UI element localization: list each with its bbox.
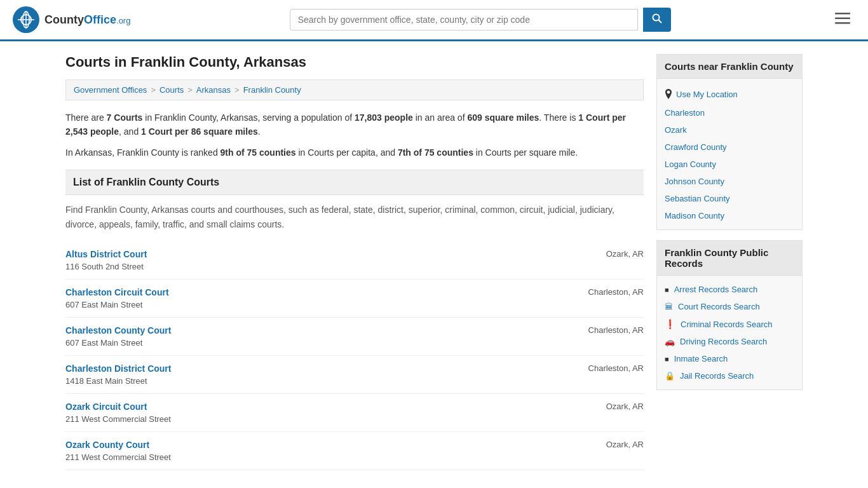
- stats-paragraph-2: In Arkansas, Franklin County is ranked 9…: [65, 146, 644, 159]
- site-header: CountyOffice.org: [0, 0, 868, 41]
- stats-paragraph-1: There are 7 Courts in Franklin County, A…: [65, 111, 644, 139]
- search-input[interactable]: [290, 9, 638, 30]
- rank-capita: 9th of 75 counties: [220, 147, 296, 158]
- court-item-0: Altus District Court 116 South 2nd Stree…: [65, 241, 644, 280]
- jail-icon: 🔒: [665, 371, 675, 381]
- johnson-label: Johnson County: [665, 177, 724, 186]
- svg-point-5: [653, 15, 659, 21]
- public-records-section: Franklin County Public Records ■ Arrest …: [656, 240, 803, 390]
- logo-area: CountyOffice.org: [13, 6, 130, 33]
- courts-count: 7 Courts: [107, 112, 143, 123]
- jail-label: Jail Records Search: [680, 371, 754, 381]
- nearby-links: Use My Location Charleston Ozark Crawfor…: [657, 79, 802, 229]
- menu-button[interactable]: [830, 9, 855, 30]
- sebastian-label: Sebastian County: [665, 194, 730, 203]
- court-location-5: Ozark, AR: [567, 440, 644, 449]
- madison-label: Madison County: [665, 211, 724, 220]
- ozark-label: Ozark: [665, 125, 687, 135]
- sidebar-link-inmate[interactable]: ■ Inmate Search: [657, 350, 802, 367]
- court-location-1: Charleston, AR: [567, 287, 644, 297]
- per-sq: 1 Court per 86 square miles: [141, 126, 258, 137]
- main-container: Courts in Franklin County, Arkansas Gove…: [53, 41, 815, 483]
- nearby-title: Courts near Franklin County: [657, 55, 802, 79]
- svg-rect-8: [835, 18, 850, 20]
- court-location-3: Charleston, AR: [567, 363, 644, 373]
- sidebar-link-court-records[interactable]: 🏛 Court Records Search: [657, 298, 802, 315]
- breadcrumb-link-county[interactable]: Franklin County: [243, 85, 301, 95]
- charleston-label: Charleston: [665, 108, 705, 118]
- sidebar-link-arrest[interactable]: ■ Arrest Records Search: [657, 281, 802, 298]
- list-section-heading: List of Franklin County Courts: [65, 170, 644, 195]
- breadcrumb-sep-3: >: [234, 85, 240, 95]
- court-item-1: Charleston Circuit Court 607 East Main S…: [65, 280, 644, 318]
- sidebar-link-jail[interactable]: 🔒 Jail Records Search: [657, 367, 802, 384]
- court-address-2: 607 East Main Street: [65, 338, 142, 348]
- arrest-label: Arrest Records Search: [674, 285, 758, 294]
- use-location-label: Use My Location: [676, 90, 738, 99]
- criminal-icon: ❗: [665, 319, 675, 329]
- crawford-label: Crawford County: [665, 142, 727, 152]
- court-name-0[interactable]: Altus District Court: [65, 249, 147, 259]
- court-address-5: 211 West Commercial Street: [65, 452, 171, 462]
- sidebar-link-charleston[interactable]: Charleston: [657, 104, 802, 121]
- breadcrumb-sep-1: >: [151, 85, 156, 95]
- court-name-4[interactable]: Ozark Circuit Court: [65, 402, 171, 412]
- court-item-2: Charleston County Court 607 East Main St…: [65, 318, 644, 356]
- page-title: Courts in Franklin County, Arkansas: [65, 54, 644, 71]
- logan-label: Logan County: [665, 159, 716, 169]
- breadcrumb: Government Offices > Courts > Arkansas >…: [65, 79, 644, 100]
- breadcrumb-sep-2: >: [187, 85, 193, 95]
- sidebar-link-ozark[interactable]: Ozark: [657, 121, 802, 139]
- use-location-link[interactable]: Use My Location: [657, 84, 802, 104]
- arrest-icon: ■: [665, 286, 669, 294]
- sidebar-link-logan[interactable]: Logan County: [657, 156, 802, 173]
- sidebar-link-sebastian[interactable]: Sebastian County: [657, 190, 802, 207]
- court-name-2[interactable]: Charleston County Court: [65, 325, 171, 336]
- court-name-3[interactable]: Charleston District Court: [65, 363, 171, 374]
- search-button[interactable]: [643, 8, 671, 32]
- breadcrumb-link-state[interactable]: Arkansas: [196, 85, 231, 95]
- court-location-4: Ozark, AR: [567, 402, 644, 411]
- inmate-label: Inmate Search: [674, 354, 728, 363]
- rank-sqmile: 7th of 75 counties: [398, 147, 473, 158]
- search-area: [290, 8, 671, 32]
- svg-rect-9: [835, 22, 850, 24]
- criminal-label: Criminal Records Search: [681, 320, 773, 329]
- sidebar-link-johnson[interactable]: Johnson County: [657, 173, 802, 190]
- court-records-label: Court Records Search: [678, 302, 760, 311]
- area: 609 square miles: [467, 112, 539, 123]
- court-address-0: 116 South 2nd Street: [65, 262, 144, 271]
- public-records-title: Franklin County Public Records: [657, 241, 802, 276]
- court-name-1[interactable]: Charleston Circuit Court: [65, 287, 169, 297]
- driving-icon: 🚗: [665, 337, 675, 346]
- svg-line-6: [658, 20, 661, 24]
- logo-text: CountyOffice.org: [44, 13, 130, 27]
- breadcrumb-link-gov[interactable]: Government Offices: [74, 85, 147, 95]
- logo-icon: [13, 6, 39, 33]
- court-location-0: Ozark, AR: [567, 249, 644, 259]
- nearby-section: Courts near Franklin County Use My Locat…: [656, 54, 803, 230]
- breadcrumb-link-courts[interactable]: Courts: [159, 85, 184, 95]
- inmate-icon: ■: [665, 355, 669, 363]
- court-item-5: Ozark County Court 211 West Commercial S…: [65, 432, 644, 470]
- court-location-2: Charleston, AR: [567, 325, 644, 335]
- court-item-3: Charleston District Court 1418 East Main…: [65, 356, 644, 394]
- court-records-icon: 🏛: [665, 302, 673, 311]
- sidebar-link-criminal[interactable]: ❗ Criminal Records Search: [657, 315, 802, 333]
- court-name-5[interactable]: Ozark County Court: [65, 440, 171, 450]
- driving-label: Driving Records Search: [680, 337, 767, 346]
- court-address-1: 607 East Main Street: [65, 300, 142, 309]
- main-content: Courts in Franklin County, Arkansas Gove…: [65, 54, 644, 470]
- sidebar-link-madison[interactable]: Madison County: [657, 207, 802, 224]
- list-description: Find Franklin County, Arkansas courts an…: [65, 203, 644, 231]
- location-pin-icon: [665, 89, 672, 99]
- sidebar-link-driving[interactable]: 🚗 Driving Records Search: [657, 333, 802, 350]
- court-address-4: 211 West Commercial Street: [65, 414, 171, 424]
- sidebar-link-crawford[interactable]: Crawford County: [657, 139, 802, 156]
- public-records-links: ■ Arrest Records Search 🏛 Court Records …: [657, 276, 802, 390]
- svg-rect-7: [835, 13, 850, 15]
- sidebar: Courts near Franklin County Use My Locat…: [656, 54, 803, 470]
- court-address-3: 1418 East Main Street: [65, 376, 147, 386]
- population: 17,803 people: [355, 112, 413, 123]
- court-item-4: Ozark Circuit Court 211 West Commercial …: [65, 394, 644, 432]
